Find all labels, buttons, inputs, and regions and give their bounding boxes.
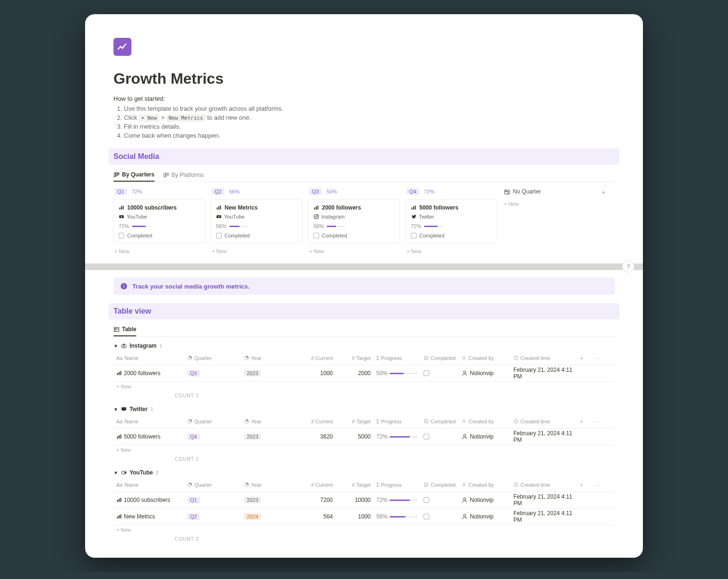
add-column-button[interactable]: + xyxy=(577,353,591,363)
cell-name[interactable]: 2000 followers xyxy=(113,368,184,378)
cell-current[interactable]: 3620 xyxy=(293,432,336,441)
checkbox-icon[interactable] xyxy=(424,434,429,439)
tab-by-platforms[interactable]: By Platforms xyxy=(163,168,204,182)
cell-target[interactable]: 5000 xyxy=(336,432,373,441)
cell-completed[interactable] xyxy=(421,432,459,441)
add-row-button[interactable]: + New xyxy=(113,382,615,391)
add-row-button[interactable]: + New xyxy=(113,525,615,535)
tab-table[interactable]: Table xyxy=(113,323,136,336)
cell-target[interactable]: 1000 xyxy=(336,512,373,521)
col-target[interactable]: # Target xyxy=(336,417,373,426)
cell-quarter[interactable]: Q2 xyxy=(184,512,241,521)
card-completed[interactable]: Completed xyxy=(411,233,492,238)
cell-target[interactable]: 10000 xyxy=(336,495,373,505)
checkbox-icon[interactable] xyxy=(313,233,319,238)
cell-year[interactable]: 2023 xyxy=(241,432,293,441)
col-current[interactable]: # Current xyxy=(293,354,336,362)
col-quarter[interactable]: Quarter xyxy=(184,354,241,362)
add-card-button[interactable]: + New xyxy=(211,246,303,256)
cell-year[interactable]: 2023 xyxy=(241,495,293,505)
table-row[interactable]: New Metrics Q2 2024 564 1000 56% Notionv… xyxy=(113,509,615,525)
col-name[interactable]: Aa Name xyxy=(113,417,184,426)
board-icon xyxy=(163,172,169,178)
card-completed[interactable]: Completed xyxy=(313,233,395,238)
help-button[interactable]: ? xyxy=(622,260,634,272)
add-card-button[interactable]: + New xyxy=(308,246,400,256)
add-column-button[interactable]: + xyxy=(601,188,606,197)
group-header[interactable]: ▼ Instagram 1 xyxy=(113,342,615,349)
cell-quarter[interactable]: Q1 xyxy=(184,495,241,505)
col-created-by[interactable]: Created by xyxy=(459,354,511,362)
col-created-time[interactable]: Created time xyxy=(511,354,577,362)
col-completed[interactable]: Completed xyxy=(421,417,459,426)
add-column-button[interactable]: + xyxy=(577,480,591,490)
svg-rect-48 xyxy=(117,437,118,439)
more-options-button[interactable]: ··· xyxy=(591,416,600,427)
svg-rect-16 xyxy=(318,206,319,210)
add-row-button[interactable]: + New xyxy=(113,445,615,455)
checkbox-icon[interactable] xyxy=(216,233,222,238)
cell-year[interactable]: 2024 xyxy=(241,512,293,521)
col-name[interactable]: Aa Name xyxy=(113,354,184,362)
col-name[interactable]: Aa Name xyxy=(113,481,184,489)
cell-current[interactable]: 1000 xyxy=(293,368,336,378)
cell-year[interactable]: 2023 xyxy=(241,368,293,378)
cell-quarter[interactable]: Q3 xyxy=(184,368,241,378)
tab-by-quarters[interactable]: By Quarters xyxy=(113,168,155,182)
add-card-button[interactable]: + New xyxy=(503,199,595,209)
col-year[interactable]: Year xyxy=(241,481,293,489)
checkbox-icon[interactable] xyxy=(424,514,429,519)
add-card-button[interactable]: + New xyxy=(406,246,497,256)
toggle-icon[interactable]: ▼ xyxy=(113,470,118,475)
col-progress[interactable]: Σ Progress xyxy=(373,354,421,362)
svg-rect-14 xyxy=(314,208,315,210)
cell-name[interactable]: New Metrics xyxy=(113,512,184,521)
col-year[interactable]: Year xyxy=(241,354,293,362)
checkbox-icon[interactable] xyxy=(424,497,429,503)
table-row[interactable]: 2000 followers Q3 2023 1000 2000 50% Not… xyxy=(113,365,615,382)
metric-card[interactable]: 10000 subscribers YouTube 72% Completed xyxy=(113,199,205,244)
col-quarter[interactable]: Quarter xyxy=(184,417,241,426)
checkbox-icon[interactable] xyxy=(411,233,416,238)
col-year[interactable]: Year xyxy=(241,417,293,426)
cell-name[interactable]: 5000 followers xyxy=(113,432,184,441)
metric-card[interactable]: New Metrics YouTube 56% Completed xyxy=(211,199,303,244)
cell-name[interactable]: 10000 subscribers xyxy=(113,495,184,505)
col-created-time[interactable]: Created time xyxy=(511,417,577,426)
cell-target[interactable]: 2000 xyxy=(336,368,373,378)
col-completed[interactable]: Completed xyxy=(421,481,459,489)
table-row[interactable]: 10000 subscribers Q1 2023 7200 10000 72%… xyxy=(113,492,615,509)
cell-current[interactable]: 564 xyxy=(293,512,336,521)
col-progress[interactable]: Σ Progress xyxy=(373,481,421,489)
cell-completed[interactable] xyxy=(421,512,459,521)
toggle-icon[interactable]: ▼ xyxy=(113,407,118,412)
cell-completed[interactable] xyxy=(421,369,459,377)
more-options-button[interactable]: ··· xyxy=(591,353,600,363)
cell-completed[interactable] xyxy=(421,496,459,504)
col-completed[interactable]: Completed xyxy=(421,354,459,362)
checkbox-icon[interactable] xyxy=(424,370,429,376)
group-header[interactable]: ▼ Twitter 1 xyxy=(113,406,615,412)
col-current[interactable]: # Current xyxy=(293,481,336,489)
cell-quarter[interactable]: Q4 xyxy=(184,432,241,441)
card-completed[interactable]: Completed xyxy=(119,233,200,238)
col-quarter[interactable]: Quarter xyxy=(184,481,241,489)
metric-card[interactable]: 2000 followers Instagram 50% Completed xyxy=(308,199,400,244)
add-column-button[interactable]: + xyxy=(577,416,591,427)
col-progress[interactable]: Σ Progress xyxy=(373,417,421,426)
col-created-by[interactable]: Created by xyxy=(459,481,511,489)
col-target[interactable]: # Target xyxy=(336,354,373,362)
card-completed[interactable]: Completed xyxy=(216,233,297,238)
more-options-button[interactable]: ··· xyxy=(591,480,600,490)
cell-current[interactable]: 7200 xyxy=(293,495,336,505)
group-header[interactable]: ▼ YouTube 2 xyxy=(113,469,615,476)
checkbox-icon[interactable] xyxy=(119,233,124,238)
table-row[interactable]: 5000 followers Q4 2023 3620 5000 72% Not… xyxy=(113,429,615,445)
col-created-by[interactable]: Created by xyxy=(459,417,511,426)
col-current[interactable]: # Current xyxy=(293,417,336,426)
toggle-icon[interactable]: ▼ xyxy=(113,343,118,349)
metric-card[interactable]: 5000 followers Twitter 72% Completed xyxy=(406,199,497,244)
col-target[interactable]: # Target xyxy=(336,481,373,489)
add-card-button[interactable]: + New xyxy=(113,246,205,256)
col-created-time[interactable]: Created time xyxy=(511,481,577,489)
